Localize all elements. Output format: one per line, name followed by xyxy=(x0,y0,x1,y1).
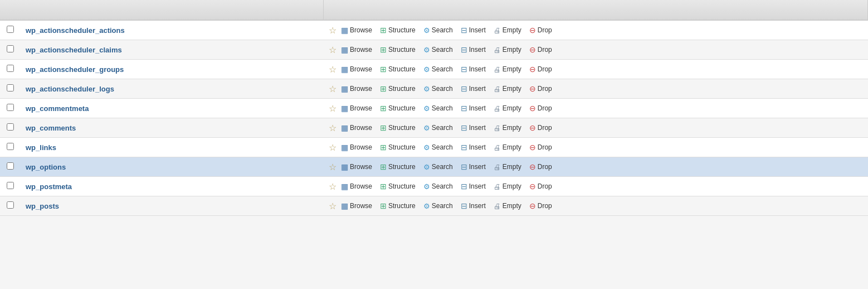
table-name-link[interactable]: wp_posts xyxy=(26,202,59,210)
actions-cell: ☆▦Browse⊞Structure⚙Search⊟Insert🖨Empty⊖D… xyxy=(323,157,868,177)
drop-button[interactable]: ⊖Drop xyxy=(526,181,555,192)
favorite-star-icon[interactable]: ☆ xyxy=(329,162,337,172)
insert-button[interactable]: ⊟Insert xyxy=(457,161,489,172)
empty-icon: 🖨 xyxy=(494,85,501,93)
drop-button[interactable]: ⊖Drop xyxy=(526,142,555,153)
browse-button[interactable]: ▦Browse xyxy=(338,181,376,192)
insert-button[interactable]: ⊟Insert xyxy=(457,142,489,153)
drop-button[interactable]: ⊖Drop xyxy=(526,64,555,75)
favorite-star-icon[interactable]: ☆ xyxy=(329,45,337,55)
favorite-star-icon[interactable]: ☆ xyxy=(329,142,337,153)
browse-button[interactable]: ▦Browse xyxy=(338,44,376,55)
table-name-cell: wp_actionscheduler_actions xyxy=(20,20,323,40)
insert-button[interactable]: ⊟Insert xyxy=(457,64,489,75)
search-button[interactable]: ⚙Search xyxy=(420,201,456,211)
insert-button[interactable]: ⊟Insert xyxy=(457,83,489,94)
table-name-link[interactable]: wp_options xyxy=(26,163,66,171)
drop-button[interactable]: ⊖Drop xyxy=(526,122,555,133)
favorite-star-icon[interactable]: ☆ xyxy=(329,64,337,75)
row-checkbox-cell xyxy=(0,20,20,40)
row-checkbox[interactable] xyxy=(7,84,14,91)
empty-button[interactable]: 🖨Empty xyxy=(490,201,525,211)
table-name-link[interactable]: wp_actionscheduler_claims xyxy=(26,46,122,54)
empty-button[interactable]: 🖨Empty xyxy=(490,103,525,114)
empty-button[interactable]: 🖨Empty xyxy=(490,64,525,75)
row-checkbox[interactable] xyxy=(7,143,14,150)
table-name-link[interactable]: wp_actionscheduler_groups xyxy=(26,65,124,74)
search-button[interactable]: ⚙Search xyxy=(420,25,456,36)
structure-button[interactable]: ⊞Structure xyxy=(377,161,419,172)
search-button[interactable]: ⚙Search xyxy=(420,84,456,94)
browse-button[interactable]: ▦Browse xyxy=(338,200,376,211)
row-checkbox[interactable] xyxy=(7,104,14,111)
browse-button[interactable]: ▦Browse xyxy=(338,64,376,75)
browse-button[interactable]: ▦Browse xyxy=(338,83,376,94)
search-button[interactable]: ⚙Search xyxy=(420,103,456,114)
insert-button[interactable]: ⊟Insert xyxy=(457,25,489,36)
search-button[interactable]: ⚙Search xyxy=(420,123,456,133)
row-checkbox[interactable] xyxy=(7,65,14,72)
table-name-link[interactable]: wp_postmeta xyxy=(26,182,72,191)
favorite-star-icon[interactable]: ☆ xyxy=(329,84,337,94)
table-name-link[interactable]: wp_comments xyxy=(26,124,76,132)
row-checkbox[interactable] xyxy=(7,162,14,170)
drop-button[interactable]: ⊖Drop xyxy=(526,83,555,94)
drop-button[interactable]: ⊖Drop xyxy=(526,200,555,211)
favorite-star-icon[interactable]: ☆ xyxy=(329,123,337,133)
row-checkbox[interactable] xyxy=(7,201,14,209)
row-checkbox[interactable] xyxy=(7,45,14,52)
search-button[interactable]: ⚙Search xyxy=(420,181,456,192)
structure-button[interactable]: ⊞Structure xyxy=(377,25,419,36)
empty-button[interactable]: 🖨Empty xyxy=(490,181,525,192)
table-name-link[interactable]: wp_commentmeta xyxy=(26,104,89,113)
structure-button[interactable]: ⊞Structure xyxy=(377,181,419,192)
drop-icon: ⊖ xyxy=(529,65,536,74)
insert-icon: ⊟ xyxy=(461,45,467,54)
drop-button[interactable]: ⊖Drop xyxy=(526,25,555,36)
favorite-star-icon[interactable]: ☆ xyxy=(329,201,337,211)
search-button[interactable]: ⚙Search xyxy=(420,64,456,75)
empty-button[interactable]: 🖨Empty xyxy=(490,123,525,133)
search-button[interactable]: ⚙Search xyxy=(420,45,456,55)
drop-button[interactable]: ⊖Drop xyxy=(526,44,555,55)
search-button[interactable]: ⚙Search xyxy=(420,162,456,172)
browse-button[interactable]: ▦Browse xyxy=(338,142,376,153)
search-button[interactable]: ⚙Search xyxy=(420,142,456,153)
structure-button[interactable]: ⊞Structure xyxy=(377,44,419,55)
structure-button[interactable]: ⊞Structure xyxy=(377,122,419,133)
insert-button[interactable]: ⊟Insert xyxy=(457,200,489,211)
empty-label: Empty xyxy=(503,104,521,112)
table-name-link[interactable]: wp_actionscheduler_actions xyxy=(26,26,125,35)
table-name-link[interactable]: wp_actionscheduler_logs xyxy=(26,85,114,93)
empty-button[interactable]: 🖨Empty xyxy=(490,142,525,153)
row-checkbox[interactable] xyxy=(7,182,14,189)
browse-button[interactable]: ▦Browse xyxy=(338,161,376,172)
empty-button[interactable]: 🖨Empty xyxy=(490,162,525,172)
structure-button[interactable]: ⊞Structure xyxy=(377,83,419,94)
tables-grid: wp_actionscheduler_actions☆▦Browse⊞Struc… xyxy=(0,0,868,216)
favorite-star-icon[interactable]: ☆ xyxy=(329,103,337,114)
structure-button[interactable]: ⊞Structure xyxy=(377,64,419,75)
action-column-header xyxy=(323,0,868,20)
insert-button[interactable]: ⊟Insert xyxy=(457,103,489,114)
structure-button[interactable]: ⊞Structure xyxy=(377,200,419,211)
insert-button[interactable]: ⊟Insert xyxy=(457,181,489,192)
insert-button[interactable]: ⊟Insert xyxy=(457,44,489,55)
drop-button[interactable]: ⊖Drop xyxy=(526,103,555,114)
insert-button[interactable]: ⊟Insert xyxy=(457,122,489,133)
table-name-link[interactable]: wp_links xyxy=(26,143,56,152)
browse-button[interactable]: ▦Browse xyxy=(338,25,376,36)
row-checkbox[interactable] xyxy=(7,123,14,131)
structure-button[interactable]: ⊞Structure xyxy=(377,142,419,153)
empty-button[interactable]: 🖨Empty xyxy=(490,84,525,94)
row-checkbox[interactable] xyxy=(7,26,14,33)
favorite-star-icon[interactable]: ☆ xyxy=(329,181,337,192)
empty-button[interactable]: 🖨Empty xyxy=(490,45,525,55)
empty-button[interactable]: 🖨Empty xyxy=(490,25,525,36)
actions-cell: ☆▦Browse⊞Structure⚙Search⊟Insert🖨Empty⊖D… xyxy=(323,177,868,196)
browse-button[interactable]: ▦Browse xyxy=(338,103,376,114)
favorite-star-icon[interactable]: ☆ xyxy=(329,25,337,36)
structure-button[interactable]: ⊞Structure xyxy=(377,103,419,114)
browse-button[interactable]: ▦Browse xyxy=(338,122,376,133)
drop-button[interactable]: ⊖Drop xyxy=(526,161,555,172)
